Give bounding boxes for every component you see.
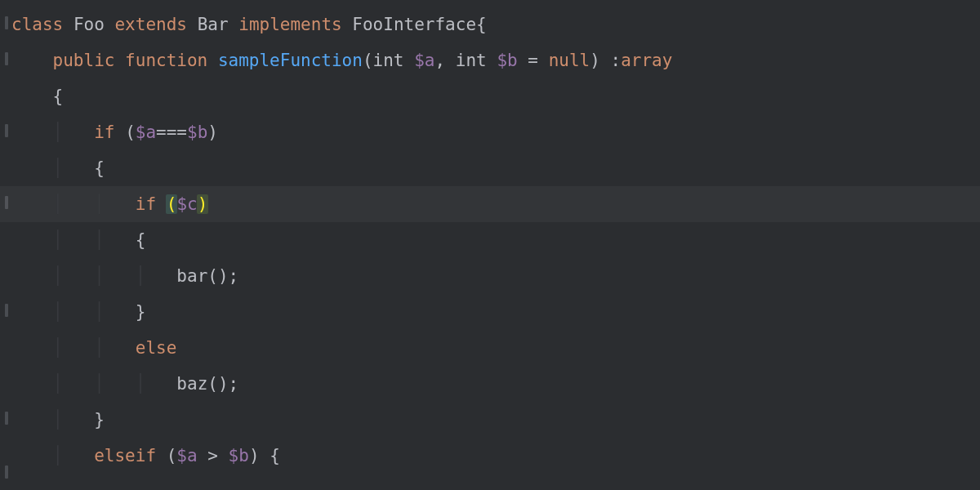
code-line[interactable]: │ │ │ bar(); [11,258,980,294]
keyword-else: else [136,338,177,358]
indent-guide: │ [53,410,64,430]
function-call: bar [176,266,207,286]
gutter-mark [5,52,8,65]
bracket-match-close: ) [197,194,209,214]
brace-open: { [476,15,487,34]
return-type: array [621,51,672,70]
indent-guide: │ [94,302,105,322]
code-line[interactable]: class Foo extends Bar implements FooInte… [11,7,980,42]
indent-guide: │ [136,266,146,286]
indent-guide: │ [94,338,105,358]
keyword-null: null [549,51,590,70]
function-name: sampleFunction [218,51,363,70]
indent-guide: │ [136,374,146,394]
type-int: int [373,51,404,70]
variable-b: $b [229,446,249,466]
code-line[interactable]: │ { [11,150,980,186]
variable-b: $b [497,51,517,70]
op-identical: === [156,122,187,142]
editor-gutter [0,0,11,490]
class-name: Foo [74,15,105,34]
gutter-mark [5,124,8,137]
indent-guide: │ [94,230,105,250]
keyword-extends: extends [114,15,187,34]
paren-close: ) [249,446,260,466]
paren-open: ( [207,374,218,394]
code-line[interactable]: │ │ { [11,222,980,258]
variable-c: $c [176,194,197,214]
paren-close: ) [207,122,218,142]
code-line[interactable]: │ if ($a===$b) [11,114,980,150]
brace-close: } [136,302,146,322]
indent-guide: │ [53,266,64,286]
function-call: baz [176,374,207,394]
paren-close: ) [218,374,229,394]
indent-guide: │ [53,158,64,178]
op-assign: = [528,51,538,70]
code-line[interactable]: { [11,78,980,114]
keyword-public: public [53,51,115,70]
gutter-mark [5,412,8,425]
code-line[interactable]: │ │ } [11,294,980,330]
variable-b: $b [187,122,207,142]
brace-open: { [136,230,146,250]
brace-open: { [270,446,280,466]
code-line[interactable]: │ } [11,402,980,438]
variable-a: $a [136,122,156,142]
type-int: int [456,51,487,70]
keyword-implements: implements [238,15,341,34]
paren-open: ( [363,51,373,70]
code-area[interactable]: class Foo extends Bar implements FooInte… [11,7,980,474]
code-line[interactable]: public function sampleFunction(int $a, i… [11,42,980,78]
class-name: FooInterface [352,15,476,34]
paren-open: ( [207,266,218,286]
gutter-mark [5,16,8,29]
code-line[interactable]: │ │ else [11,330,980,366]
paren-open: ( [125,122,136,142]
indent-guide: │ [94,374,105,394]
op-gt: > [207,446,218,466]
indent-guide: │ [53,374,64,394]
indent-guide: │ [94,266,105,286]
semicolon: ; [229,266,239,286]
semicolon: ; [229,374,239,394]
paren-open: ( [167,446,177,466]
indent-guide: │ [53,230,64,250]
variable-a: $a [176,446,197,466]
paren-close: ) [590,51,600,70]
class-name: Bar [198,15,229,34]
keyword-class: class [11,15,63,34]
indent-guide: │ [53,194,64,214]
colon: : [611,51,621,70]
brace-open: { [53,87,64,106]
keyword-if: if [136,194,156,214]
code-line-current[interactable]: │ │ if ($c) [0,186,980,222]
code-line[interactable]: │ elseif ($a > $b) { [11,438,980,474]
indent-guide: │ [53,338,64,358]
indent-guide: │ [53,446,64,466]
indent-guide: │ [53,122,64,142]
gutter-mark [5,466,8,479]
indent-guide: │ [94,194,105,214]
code-line[interactable]: │ │ │ baz(); [11,366,980,402]
brace-close: } [94,410,105,430]
keyword-function: function [125,51,207,70]
gutter-mark [5,304,8,317]
code-editor[interactable]: class Foo extends Bar implements FooInte… [0,0,980,490]
comma: , [434,51,445,70]
variable-a: $a [414,51,434,70]
paren-close: ) [218,266,229,286]
keyword-elseif: elseif [94,446,156,466]
brace-open: { [94,158,105,178]
keyword-if: if [94,122,114,142]
indent-guide: │ [53,302,64,322]
